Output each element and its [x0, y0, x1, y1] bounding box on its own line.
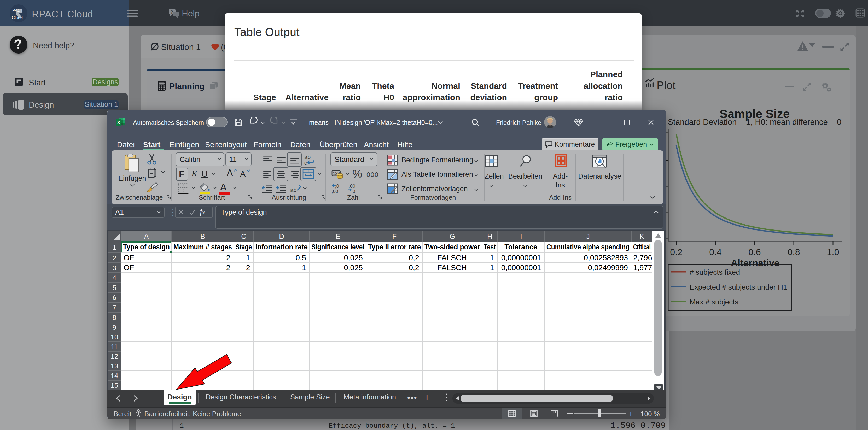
svg-text:,00: ,00: [349, 183, 355, 189]
svg-text:Max # subjects: Max # subjects: [690, 298, 738, 306]
svg-text:0.2: 0.2: [670, 247, 682, 257]
svg-text:Cloud: Cloud: [12, 15, 23, 20]
svg-text:1.0: 1.0: [827, 247, 839, 257]
svg-text:,0: ,0: [351, 189, 355, 194]
svg-text:,00: ,00: [332, 189, 338, 194]
svg-text:Standard Deviation = 1, H0: me: Standard Deviation = 1, H0: mean differe…: [668, 118, 842, 127]
svg-text:ab: ab: [290, 187, 297, 193]
svg-text:Expected # subjects under H1: Expected # subjects under H1: [690, 283, 787, 291]
svg-text:,0: ,0: [335, 183, 339, 189]
svg-text:c: c: [304, 160, 307, 166]
svg-text:0.8: 0.8: [787, 247, 800, 257]
svg-text:Alternative: Alternative: [731, 258, 779, 268]
svg-text:?: ?: [170, 10, 173, 14]
svg-text:# subjects fixed: # subjects fixed: [690, 268, 740, 276]
svg-text:0.6: 0.6: [748, 247, 761, 257]
svg-text:0.4: 0.4: [709, 247, 721, 257]
svg-text:PACT: PACT: [12, 8, 23, 13]
svg-text:X: X: [117, 120, 120, 125]
